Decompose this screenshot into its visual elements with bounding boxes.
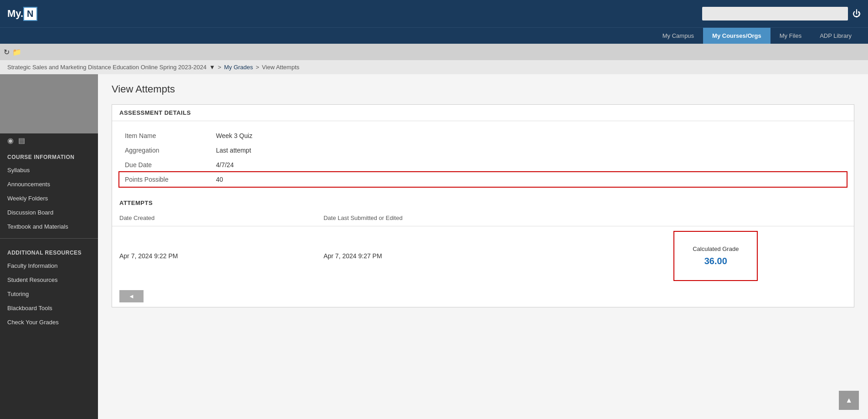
top-bar-right: ⏻: [702, 7, 861, 20]
attempts-header: ATTEMPTS: [112, 194, 854, 210]
due-date-row: Due Date 4/7/24: [119, 158, 847, 172]
breadcrumb-course: Strategic Sales and Marketing Distance E…: [7, 64, 206, 71]
aggregation-value: Last attempt: [211, 143, 847, 158]
attempt-row: Apr 7, 2024 9:22 PM Apr 7, 2024 9:27 PM …: [112, 226, 854, 286]
item-name-value: Week 3 Quiz: [211, 128, 847, 143]
sidebar-item-blackboard-tools[interactable]: Blackboard Tools: [0, 301, 98, 315]
breadcrumb-sep1: >: [218, 64, 221, 71]
assessment-details-body: Item Name Week 3 Quiz Aggregation Last a…: [112, 121, 854, 194]
search-input[interactable]: [702, 7, 848, 20]
sidebar-item-check-your-grades[interactable]: Check Your Grades: [0, 315, 98, 329]
additional-resources-header: ADDITIONAL RESOURCES: [0, 243, 98, 259]
breadcrumb: Strategic Sales and Marketing Distance E…: [0, 60, 868, 74]
points-possible-label: Points Possible: [119, 172, 211, 187]
refresh-icon[interactable]: ↻: [4, 48, 10, 56]
attempt-date-submitted: Apr 7, 2024 9:27 PM: [316, 226, 578, 286]
attempts-table: Date Created Date Last Submitted or Edit…: [112, 210, 854, 286]
logo-n-text: N: [23, 7, 37, 21]
col-date-created: Date Created: [112, 210, 316, 226]
nav-tab-my-campus[interactable]: My Campus: [653, 28, 703, 44]
assessment-details-header: ASSESSMENT DETAILS: [112, 105, 854, 121]
content-area: View Attempts ASSESSMENT DETAILS Item Na…: [98, 74, 868, 419]
col-calculated-grade: [578, 210, 854, 226]
nav-bar: My Campus My Courses/Orgs My Files ADP L…: [0, 27, 868, 44]
breadcrumb-my-grades[interactable]: My Grades: [224, 64, 253, 71]
grade-highlight-box: Calculated Grade 36.00: [673, 231, 758, 281]
sidebar-divider: [0, 238, 98, 239]
main-layout: ◉ ▤ COURSE INFORMATION Syllabus Announce…: [0, 74, 868, 419]
attempt-grade-cell: Calculated Grade 36.00: [578, 226, 854, 286]
points-possible-value: 40: [211, 172, 847, 187]
sidebar-icon-row: ◉ ▤: [0, 133, 98, 148]
power-button[interactable]: ⏻: [853, 9, 861, 19]
col-date-submitted: Date Last Submitted or Edited: [316, 210, 578, 226]
aggregation-row: Aggregation Last attempt: [119, 143, 847, 158]
sidebar-item-discussion-board[interactable]: Discussion Board: [0, 205, 98, 220]
item-name-row: Item Name Week 3 Quiz: [119, 128, 847, 143]
sidebar: ◉ ▤ COURSE INFORMATION Syllabus Announce…: [0, 74, 98, 419]
secondary-toolbar: ↻ 📁: [0, 44, 868, 60]
logo: My. N: [7, 7, 37, 21]
sidebar-icon-1[interactable]: ◉: [7, 136, 14, 145]
item-name-label: Item Name: [119, 128, 211, 143]
assessment-detail-table: Item Name Week 3 Quiz Aggregation Last a…: [119, 128, 847, 187]
page-title: View Attempts: [112, 83, 854, 95]
aggregation-label: Aggregation: [119, 143, 211, 158]
scroll-left-button[interactable]: ◄: [119, 290, 144, 302]
breadcrumb-view-attempts: View Attempts: [262, 64, 299, 71]
nav-tab-adp-library[interactable]: ADP Library: [811, 28, 861, 44]
nav-tab-my-files[interactable]: My Files: [770, 28, 811, 44]
sidebar-item-weekly-folders[interactable]: Weekly Folders: [0, 191, 98, 205]
back-to-top-button[interactable]: ▲: [839, 391, 859, 410]
sidebar-icon-2[interactable]: ▤: [18, 136, 25, 145]
course-info-header: COURSE INFORMATION: [0, 148, 98, 163]
sidebar-avatar: [0, 74, 98, 133]
calculated-grade-label: Calculated Grade: [693, 245, 739, 252]
sidebar-item-faculty-information[interactable]: Faculty Information: [0, 259, 98, 273]
assessment-details-card: ASSESSMENT DETAILS Item Name Week 3 Quiz…: [112, 104, 854, 307]
sidebar-item-announcements[interactable]: Announcements: [0, 177, 98, 191]
points-possible-row: Points Possible 40: [119, 172, 847, 187]
breadcrumb-sep2: >: [256, 64, 259, 71]
sidebar-item-syllabus[interactable]: Syllabus: [0, 163, 98, 177]
course-dropdown-button[interactable]: ▼: [209, 64, 215, 71]
sidebar-item-tutoring[interactable]: Tutoring: [0, 287, 98, 301]
top-bar: My. N ⏻: [0, 0, 868, 27]
grade-value: 36.00: [704, 256, 727, 266]
due-date-label: Due Date: [119, 158, 211, 172]
nav-tab-my-courses-orgs[interactable]: My Courses/Orgs: [703, 28, 770, 44]
logo-my-text: My.: [7, 8, 23, 20]
sidebar-item-textbook-materials[interactable]: Textbook and Materials: [0, 220, 98, 234]
attempts-table-header-row: Date Created Date Last Submitted or Edit…: [112, 210, 854, 226]
sidebar-item-student-resources[interactable]: Student Resources: [0, 273, 98, 287]
due-date-value: 4/7/24: [211, 158, 847, 172]
folder-icon[interactable]: 📁: [12, 48, 21, 56]
attempt-date-created: Apr 7, 2024 9:22 PM: [112, 226, 316, 286]
